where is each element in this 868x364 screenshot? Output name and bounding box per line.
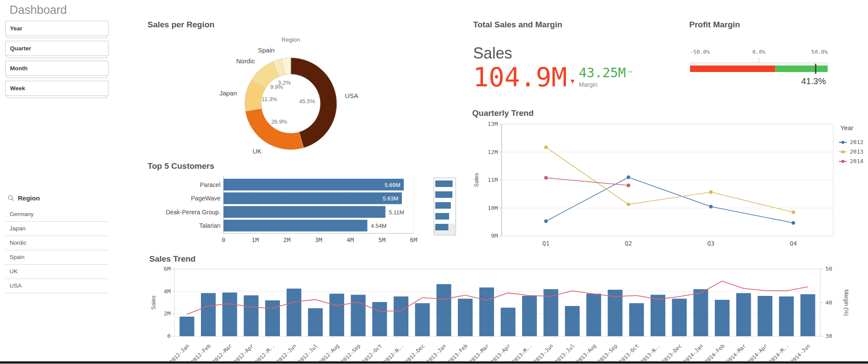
x-tick-label: 2012-M.. bbox=[254, 343, 276, 364]
filter-month-label[interactable]: Month bbox=[5, 61, 108, 76]
bar-2013-Feb[interactable] bbox=[458, 298, 473, 336]
bar-2012-Jul[interactable] bbox=[308, 308, 323, 336]
bar-2012-Dec[interactable] bbox=[415, 303, 430, 336]
x-tick-label: Q1 bbox=[542, 240, 549, 247]
bar-2012-Sep[interactable] bbox=[351, 295, 365, 336]
region-search-header[interactable]: Region bbox=[8, 194, 40, 202]
region-item-germany[interactable]: Germany bbox=[5, 207, 108, 222]
data-point-2013[interactable] bbox=[709, 190, 713, 194]
legend-item-2013[interactable]: 2013 bbox=[850, 148, 863, 155]
x-tick-label: 2014-Feb bbox=[704, 343, 726, 364]
kpi-sales-value[interactable]: 104.9M bbox=[473, 64, 567, 90]
quarterly-line-chart: 13M12M11M10M9MSalesQ1Q2Q3Q4Year201220132… bbox=[472, 121, 868, 251]
x-tick-label: 2012-Jan bbox=[168, 343, 191, 364]
bar-paracel[interactable] bbox=[224, 179, 404, 190]
donut-slice-uk[interactable] bbox=[245, 108, 303, 150]
bar-2013-Mar[interactable] bbox=[479, 288, 494, 336]
bar-2013-N..[interactable] bbox=[651, 295, 665, 336]
filter-year[interactable]: Year bbox=[5, 21, 108, 38]
filter-week-label[interactable]: Week bbox=[5, 81, 108, 96]
chart-title-top5-customers: Top 5 Customers bbox=[148, 161, 460, 171]
x-tick-label: 2013-Oct bbox=[618, 343, 640, 364]
bar-2014-Mar[interactable] bbox=[736, 293, 751, 336]
filter-month[interactable]: Month bbox=[5, 61, 108, 78]
bar-2012-Oct[interactable] bbox=[372, 302, 387, 336]
bar-talarian[interactable] bbox=[224, 220, 367, 232]
filter-stack-edge bbox=[7, 76, 107, 78]
filter-week[interactable]: Week bbox=[5, 81, 108, 98]
legend-item-2012[interactable]: 2012 bbox=[850, 139, 863, 145]
region-listbox: GermanyJapanNordicSpainUKUSA bbox=[5, 207, 108, 293]
bar-2012-M..[interactable] bbox=[265, 300, 280, 336]
gauge-needle[interactable] bbox=[815, 64, 816, 74]
bar-2012-Apr[interactable] bbox=[244, 295, 259, 336]
bar-2012-N..[interactable] bbox=[394, 296, 408, 336]
bar-2012-Mar[interactable] bbox=[222, 292, 237, 336]
bar-2013-Oct[interactable] bbox=[629, 303, 644, 336]
region-item-uk[interactable]: UK bbox=[5, 265, 108, 279]
x-tick-label: 2013-Jun bbox=[533, 343, 555, 364]
bar-2013-Apr[interactable] bbox=[501, 308, 516, 336]
bar-deak-perera-group-[interactable] bbox=[224, 206, 385, 218]
bar-2014-Feb[interactable] bbox=[715, 300, 730, 336]
bar-2012-Aug[interactable] bbox=[329, 294, 344, 336]
top5-bar-chart: 01M2M3M4M5M6MParacel5.69MPageWave5.63MDe… bbox=[148, 174, 460, 252]
minimap-bar bbox=[435, 180, 453, 187]
trend-flat-icon: – bbox=[628, 67, 632, 75]
donut-label-japan: Japan bbox=[219, 89, 237, 97]
gauge-green-segment bbox=[776, 66, 828, 72]
bar-value-label: 5.69M bbox=[385, 182, 400, 188]
data-point-2012[interactable] bbox=[627, 175, 630, 179]
filter-quarter[interactable]: Quarter bbox=[5, 41, 108, 58]
bar-2014-M..[interactable] bbox=[779, 296, 794, 336]
profit-margin-gauge: -50.0%0.0%50.0%41.3% bbox=[689, 45, 832, 89]
filter-quarter-label[interactable]: Quarter bbox=[5, 41, 108, 56]
bar-2013-Dec[interactable] bbox=[672, 298, 687, 336]
donut-pct-spain: 3.2% bbox=[278, 79, 291, 86]
legend-marker-dot bbox=[841, 150, 844, 153]
x-tick-label: 2012-N.. bbox=[382, 343, 404, 364]
bar-2014-Apr[interactable] bbox=[758, 296, 773, 336]
x-tick-label: 1M bbox=[252, 236, 259, 243]
data-point-2013[interactable] bbox=[627, 203, 630, 206]
x-tick-label: 2013-Jan bbox=[425, 343, 447, 364]
filter-year-label[interactable]: Year bbox=[5, 21, 108, 36]
x-tick-label: 2012-Jul bbox=[297, 343, 319, 364]
gauge-tick-max: 50.0% bbox=[811, 49, 828, 55]
kpi-margin-value[interactable]: 43.25M bbox=[579, 65, 626, 80]
donut-label-nordic: Nordic bbox=[236, 57, 255, 65]
bar-2014-Jun[interactable] bbox=[800, 294, 815, 336]
region-item-usa[interactable]: USA bbox=[5, 279, 108, 293]
data-point-2013[interactable] bbox=[544, 145, 548, 149]
bar-2012-Jun[interactable] bbox=[286, 289, 301, 336]
x-tick-label: 2014-Jan bbox=[682, 343, 704, 364]
donut-dimension-label: Region bbox=[282, 36, 300, 43]
bar-2013-M..[interactable] bbox=[522, 296, 537, 336]
data-point-2013[interactable] bbox=[792, 210, 795, 214]
bar-pagewave[interactable] bbox=[224, 193, 402, 204]
donut-pct-uk: 26.9% bbox=[271, 118, 287, 125]
data-point-2012[interactable] bbox=[544, 220, 548, 223]
y-tick-label: 13M bbox=[488, 121, 498, 127]
bar-2012-Feb[interactable] bbox=[201, 293, 216, 336]
region-item-spain[interactable]: Spain bbox=[5, 250, 108, 265]
data-point-2012[interactable] bbox=[792, 221, 795, 224]
gauge-red-segment bbox=[690, 66, 776, 72]
panel-top5-customers: Top 5 Customers 01M2M3M4M5M6MParacel5.69… bbox=[148, 161, 460, 248]
legend-item-2014[interactable]: 2014 bbox=[850, 158, 863, 164]
bar-2014-Jan[interactable] bbox=[694, 289, 708, 337]
bar-2013-Jul[interactable] bbox=[565, 306, 580, 336]
bar-category-label: Talarian bbox=[199, 222, 220, 229]
region-item-nordic[interactable]: Nordic bbox=[5, 236, 108, 250]
bar-value-label: 5.63M bbox=[383, 195, 398, 202]
bar-2013-Jan[interactable] bbox=[437, 284, 451, 336]
bar-2013-Aug[interactable] bbox=[586, 294, 601, 336]
bar-2012-Jan[interactable] bbox=[180, 317, 194, 336]
data-point-2012[interactable] bbox=[709, 205, 713, 208]
data-point-2014[interactable] bbox=[627, 184, 630, 187]
region-item-japan[interactable]: Japan bbox=[5, 222, 108, 236]
y-tick-label: 10M bbox=[488, 205, 498, 211]
data-point-2014[interactable] bbox=[544, 176, 548, 180]
x-tick-label: 2013-Apr bbox=[490, 343, 512, 364]
y-tick-label: 12M bbox=[488, 149, 498, 155]
